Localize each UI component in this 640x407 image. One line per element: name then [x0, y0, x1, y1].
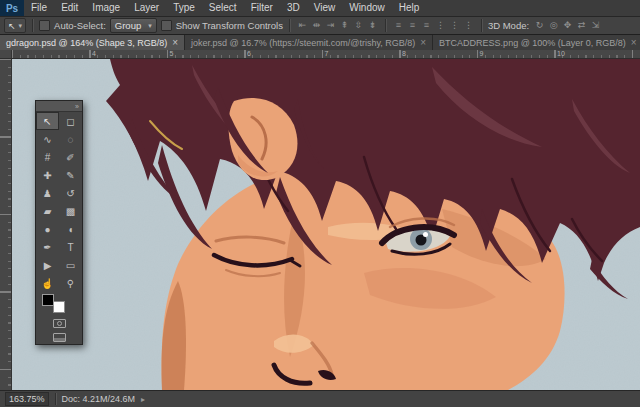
rectangular-marquee-tool[interactable]: ◻	[59, 112, 82, 130]
eye-highlight	[423, 232, 428, 237]
spot-healing-brush-tool[interactable]: ✚	[36, 166, 59, 184]
eyedropper-tool[interactable]: ✐	[59, 148, 82, 166]
menu-layer[interactable]: Layer	[127, 0, 166, 16]
ruler-number: 9	[480, 50, 484, 58]
rectangle-tool[interactable]: ▭	[59, 256, 82, 274]
foreground-color-swatch[interactable]	[42, 294, 54, 306]
tools-panel-header[interactable]: »	[36, 101, 82, 112]
move-tool-icon: ↖	[8, 21, 16, 31]
menu-bar: Ps FileEditImageLayerTypeSelectFilter3DV…	[0, 0, 640, 17]
document-tab[interactable]: gdragon.psd @ 164% (Shape 3, RGB/8)×	[0, 35, 185, 50]
align-horizontal-centers-icon[interactable]: ⇹	[310, 19, 323, 32]
distribute-horizontal-centers-icon[interactable]: ⋮	[448, 19, 461, 32]
brush-tool[interactable]: ✎	[59, 166, 82, 184]
background-color-swatch[interactable]	[53, 301, 65, 313]
align-icon-group: ⇤⇹⇥⇞⇳⇟	[296, 19, 379, 32]
clone-stamp-tool[interactable]: ♟	[36, 184, 59, 202]
photoshop-window: Ps FileEditImageLayerTypeSelectFilter3DV…	[0, 0, 640, 407]
distribute-bottom-edges-icon[interactable]: ≡	[420, 19, 433, 32]
options-separator	[481, 19, 482, 32]
align-bottom-edges-icon[interactable]: ⇟	[366, 19, 379, 32]
type-tool[interactable]: T	[59, 238, 82, 256]
options-separator	[289, 19, 290, 32]
tool-grid: ↖◻∿◌#✐✚✎♟↺▰▩●◖✒T▶▭☝⚲	[36, 112, 82, 292]
menu-3d[interactable]: 3D	[280, 0, 307, 16]
show-transform-label: Show Transform Controls	[176, 20, 283, 31]
document-canvas[interactable]: » ↖◻∿◌#✐✚✎♟↺▰▩●◖✒T▶▭☝⚲	[12, 59, 640, 390]
options-separator	[32, 19, 33, 32]
distribute-vertical-centers-icon[interactable]: ≡	[406, 19, 419, 32]
align-left-edges-icon[interactable]: ⇤	[296, 19, 309, 32]
path-selection-tool[interactable]: ▶	[36, 256, 59, 274]
crop-tool[interactable]: #	[36, 148, 59, 166]
chevron-down-icon: ▾	[148, 22, 152, 30]
vertical-ruler	[0, 59, 12, 390]
collapse-panel-icon[interactable]: »	[75, 103, 79, 110]
menu-view[interactable]: View	[307, 0, 343, 16]
dodge-tool[interactable]: ◖	[59, 220, 82, 238]
menu-select[interactable]: Select	[202, 0, 244, 16]
3d-slide-icon[interactable]: ⇄	[575, 19, 588, 32]
status-options-arrow[interactable]: ▸	[141, 395, 145, 404]
ruler-corner	[0, 50, 12, 59]
3d-drag-icon[interactable]: ✥	[561, 19, 574, 32]
distribute-left-edges-icon[interactable]: ⋮	[434, 19, 447, 32]
document-tab[interactable]: BTCADDRESS.png @ 100% (Layer 0, RGB/8)×	[433, 35, 640, 50]
ruler-number: 4	[92, 50, 96, 58]
chevron-down-icon: ▾	[19, 22, 23, 30]
ruler-number: 5	[170, 50, 174, 58]
tab-close-icon[interactable]: ×	[420, 38, 426, 48]
auto-select-label: Auto-Select:	[54, 20, 106, 31]
status-separator	[55, 393, 56, 405]
status-bar: 163.75% Doc: 4.21M/24.6M ▸	[0, 390, 640, 407]
distribute-right-edges-icon[interactable]: ⋮	[462, 19, 475, 32]
quick-mask-button[interactable]	[36, 316, 82, 330]
eraser-tool[interactable]: ▰	[36, 202, 59, 220]
tool-preset-picker[interactable]: ↖ ▾	[4, 18, 26, 33]
gradient-tool[interactable]: ▩	[59, 202, 82, 220]
options-bar: ↖ ▾ Auto-Select: Group ▾ Show Transform …	[0, 17, 640, 35]
lasso-tool[interactable]: ∿	[36, 130, 59, 148]
zoom-tool[interactable]: ⚲	[59, 274, 82, 292]
move-tool[interactable]: ↖	[36, 112, 59, 130]
zoom-level-field[interactable]: 163.75%	[5, 392, 49, 406]
3d-scale-icon[interactable]: ⇲	[589, 19, 602, 32]
align-right-edges-icon[interactable]: ⇥	[324, 19, 337, 32]
3d-mode-icon-group: ↻◎✥⇄⇲	[533, 19, 602, 32]
menu-window[interactable]: Window	[342, 0, 392, 16]
color-swatches	[36, 292, 82, 316]
align-vertical-centers-icon[interactable]: ⇳	[352, 19, 365, 32]
quick-mask-icon	[53, 319, 66, 328]
3d-roll-icon[interactable]: ◎	[547, 19, 560, 32]
hand-tool[interactable]: ☝	[36, 274, 59, 292]
auto-select-target-value: Group	[115, 20, 141, 31]
distribute-top-edges-icon[interactable]: ≡	[392, 19, 405, 32]
menu-edit[interactable]: Edit	[54, 0, 85, 16]
menu-filter[interactable]: Filter	[244, 0, 280, 16]
ruler-number: 7	[325, 50, 329, 58]
menu-file[interactable]: File	[24, 0, 54, 16]
menu-type[interactable]: Type	[166, 0, 202, 16]
auto-select-checkbox[interactable]	[39, 20, 50, 31]
tab-title: BTCADDRESS.png @ 100% (Layer 0, RGB/8)	[439, 38, 626, 48]
document-tab-bar: gdragon.psd @ 164% (Shape 3, RGB/8)×joke…	[0, 35, 640, 50]
ruler-row: 45678910	[0, 50, 640, 59]
3d-mode-label: 3D Mode:	[488, 20, 529, 31]
ruler-number: 6	[247, 50, 251, 58]
tab-close-icon[interactable]: ×	[631, 38, 637, 48]
history-brush-tool[interactable]: ↺	[59, 184, 82, 202]
auto-select-target-dropdown[interactable]: Group ▾	[110, 18, 157, 33]
blur-tool[interactable]: ●	[36, 220, 59, 238]
quick-selection-tool[interactable]: ◌	[59, 130, 82, 148]
pen-tool[interactable]: ✒	[36, 238, 59, 256]
screen-mode-button[interactable]	[36, 330, 82, 344]
document-tab[interactable]: joker.psd @ 16.7% (https://steemit.com/@…	[185, 35, 433, 50]
distribute-icon-group: ≡≡≡⋮⋮⋮	[392, 19, 475, 32]
show-transform-checkbox[interactable]	[161, 20, 172, 31]
menu-image[interactable]: Image	[85, 0, 127, 16]
3d-rotate-icon[interactable]: ↻	[533, 19, 546, 32]
align-top-edges-icon[interactable]: ⇞	[338, 19, 351, 32]
tab-close-icon[interactable]: ×	[172, 38, 178, 48]
ruler-number: 8	[402, 50, 406, 58]
menu-help[interactable]: Help	[392, 0, 427, 16]
